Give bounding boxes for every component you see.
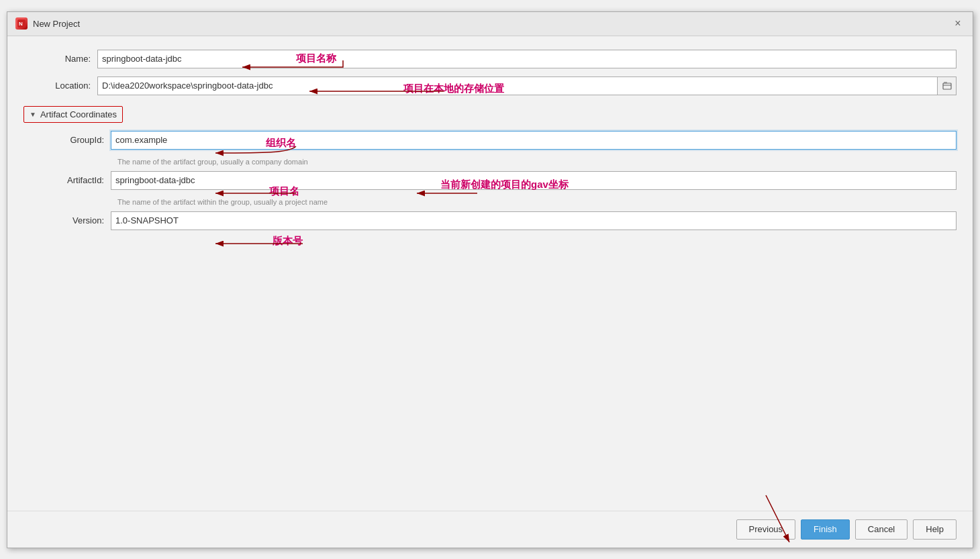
name-label: Name: xyxy=(23,54,97,64)
dialog-footer: Previous Finish Cancel Help xyxy=(7,511,973,548)
artifact-coordinates-body: GroupId: The name of the artifact group,… xyxy=(37,131,957,230)
location-input[interactable] xyxy=(97,77,938,95)
section-title: Artifact Coordinates xyxy=(40,109,117,119)
dialog-body: Name: Location: ▼ Artifact Coordinates xyxy=(7,36,973,511)
cancel-button[interactable]: Cancel xyxy=(855,519,908,540)
version-input[interactable] xyxy=(111,211,957,230)
artifact-id-label: ArtifactId: xyxy=(37,175,111,185)
group-id-hint: The name of the artifact group, usually … xyxy=(111,158,957,166)
dialog-title: New Project xyxy=(33,19,80,29)
title-bar-left: N New Project xyxy=(15,17,80,30)
name-input[interactable] xyxy=(97,50,957,68)
location-row: Location: xyxy=(23,77,957,95)
close-button[interactable]: × xyxy=(951,17,965,30)
svg-rect-3 xyxy=(944,82,947,84)
artifact-coordinates-section[interactable]: ▼ Artifact Coordinates xyxy=(23,106,123,123)
svg-rect-2 xyxy=(943,83,951,89)
new-project-dialog: N New Project × Name: Location: xyxy=(7,11,973,548)
finish-button[interactable]: Finish xyxy=(801,519,850,540)
name-row: Name: xyxy=(23,50,957,68)
svg-text:N: N xyxy=(19,21,23,27)
artifact-id-row: ArtifactId: xyxy=(37,171,957,190)
app-icon: N xyxy=(15,17,28,30)
help-button[interactable]: Help xyxy=(913,519,957,540)
location-label: Location: xyxy=(23,81,97,91)
previous-button[interactable]: Previous xyxy=(736,519,796,540)
artifact-id-hint: The name of the artifact within the grou… xyxy=(111,198,957,206)
group-id-row: GroupId: xyxy=(37,131,957,150)
version-row: Version: xyxy=(37,211,957,230)
browse-button[interactable] xyxy=(938,77,957,95)
version-label: Version: xyxy=(37,215,111,225)
collapse-icon: ▼ xyxy=(30,111,36,118)
location-input-group xyxy=(97,77,957,95)
artifact-id-input[interactable] xyxy=(111,171,957,190)
group-id-label: GroupId: xyxy=(37,135,111,145)
group-id-input[interactable] xyxy=(111,131,957,150)
title-bar: N New Project × xyxy=(7,12,973,36)
